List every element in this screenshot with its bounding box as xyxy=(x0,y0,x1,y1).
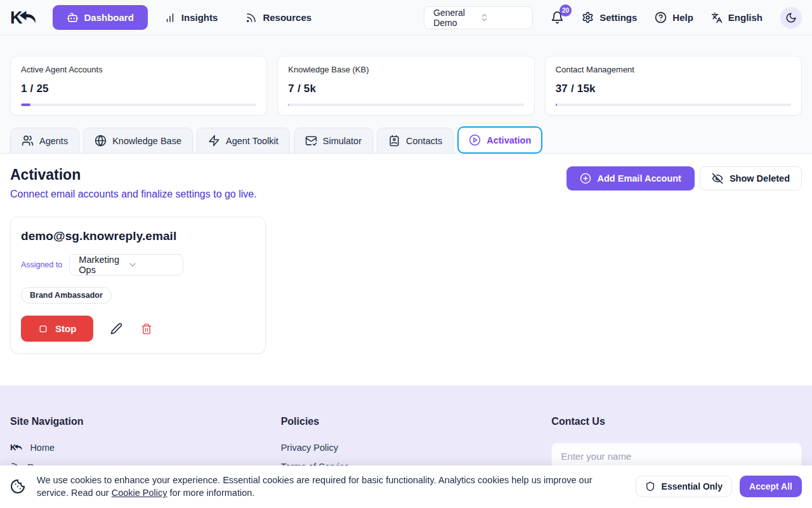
main-tab-bar: Agents Knowledge Base Agent Toolkit Simu… xyxy=(0,126,812,154)
notifications-button[interactable]: 20 xyxy=(551,11,564,24)
chevrons-up-down-icon xyxy=(480,13,526,22)
tab-activation[interactable]: Activation xyxy=(457,126,542,154)
eye-off-icon xyxy=(712,173,723,184)
workspace-select[interactable]: General Demo xyxy=(424,6,533,29)
add-email-account-button[interactable]: Add Email Account xyxy=(566,166,695,190)
moon-icon xyxy=(785,12,797,23)
stat-title: Contact Management xyxy=(556,65,791,74)
progress-bar xyxy=(288,104,523,106)
page-subtitle: Connect email accounts and finalize sett… xyxy=(10,189,257,200)
footer-column-title: Policies xyxy=(281,416,532,427)
languages-icon xyxy=(711,12,723,23)
pencil-icon xyxy=(110,323,122,335)
email-account-card: demo@sg.knowreply.email Assigned to Mark… xyxy=(10,217,266,354)
language-label: English xyxy=(728,12,763,23)
trash-icon xyxy=(141,323,152,335)
shield-icon xyxy=(645,481,655,491)
bot-icon xyxy=(67,11,79,23)
app-logo[interactable]: K xyxy=(10,8,39,27)
zap-icon xyxy=(208,135,220,147)
tab-label: Knowledge Base xyxy=(112,136,181,146)
tab-contacts[interactable]: Contacts xyxy=(377,128,454,153)
add-email-account-label: Add Email Account xyxy=(598,173,681,184)
cookie-message-text: for more information. xyxy=(167,488,255,498)
language-button[interactable]: English xyxy=(711,12,763,23)
progress-bar xyxy=(556,104,791,106)
help-circle-icon xyxy=(655,11,667,23)
tab-agent-toolkit[interactable]: Agent Toolkit xyxy=(197,128,290,153)
cookie-message: We use cookies to enhance your experienc… xyxy=(37,474,617,500)
assigned-to-label: Assigned to xyxy=(21,260,62,269)
bar-chart-icon xyxy=(164,12,176,23)
footer-column-title: Site Navigation xyxy=(10,416,261,427)
users-icon xyxy=(22,135,34,147)
settings-button[interactable]: Settings xyxy=(582,11,637,23)
stat-card-contact-management: Contact Management 37 / 15k xyxy=(545,56,802,116)
stat-card-active-agents: Active Agent Accounts 1 / 25 xyxy=(10,56,267,116)
notification-count-badge: 20 xyxy=(560,4,572,17)
chevron-down-icon xyxy=(128,260,176,270)
show-deleted-label: Show Deleted xyxy=(730,173,790,184)
progress-bar xyxy=(21,104,256,106)
tab-label: Activation xyxy=(487,135,531,145)
tab-agents[interactable]: Agents xyxy=(10,128,79,153)
tab-label: Simulator xyxy=(323,136,362,146)
cookie-icon xyxy=(10,479,25,494)
essential-only-label: Essential Only xyxy=(662,481,723,491)
stat-value: 7 / 5k xyxy=(288,83,523,95)
page-title: Activation xyxy=(10,166,257,184)
stop-square-icon xyxy=(38,324,48,334)
nav-resources-button[interactable]: Resources xyxy=(234,6,323,30)
footer-column-title: Contact Us xyxy=(551,416,802,427)
nav-dashboard-label: Dashboard xyxy=(84,12,134,23)
show-deleted-button[interactable]: Show Deleted xyxy=(700,166,802,190)
privacy-policy-link[interactable]: Privacy Policy xyxy=(281,443,532,453)
footer-nav-home[interactable]: K Home xyxy=(10,443,261,453)
cookie-policy-link[interactable]: Cookie Policy xyxy=(112,488,167,498)
nav-resources-label: Resources xyxy=(263,12,311,23)
stop-label: Stop xyxy=(55,323,76,334)
help-label: Help xyxy=(672,12,693,23)
nav-insights-button[interactable]: Insights xyxy=(153,6,230,30)
assigned-agent-select[interactable]: Marketing Ops xyxy=(69,254,183,276)
help-button[interactable]: Help xyxy=(655,11,693,23)
stats-row: Active Agent Accounts 1 / 25 Knowledge B… xyxy=(0,56,812,116)
tab-label: Contacts xyxy=(406,136,442,146)
contact-card-icon xyxy=(388,135,400,147)
stop-button[interactable]: Stop xyxy=(21,316,93,342)
tab-knowledge-base[interactable]: Knowledge Base xyxy=(83,128,193,153)
nav-insights-label: Insights xyxy=(181,12,218,23)
email-address: demo@sg.knowreply.email xyxy=(21,229,255,243)
accept-all-button[interactable]: Accept All xyxy=(740,476,802,497)
assigned-agent-value: Marketing Ops xyxy=(79,255,128,275)
workspace-select-value: General Demo xyxy=(433,8,480,28)
top-navigation-bar: K Dashboard Insights Resources General D… xyxy=(0,0,812,36)
nav-dashboard-button[interactable]: Dashboard xyxy=(53,5,148,30)
dark-mode-toggle[interactable] xyxy=(780,7,802,29)
cookie-consent-banner: We use cookies to enhance your experienc… xyxy=(0,465,812,508)
tab-label: Agents xyxy=(39,136,68,146)
edit-button[interactable] xyxy=(109,321,124,336)
essential-only-button[interactable]: Essential Only xyxy=(636,476,732,497)
activation-panel: Activation Connect email accounts and fi… xyxy=(0,154,812,385)
mail-check-icon xyxy=(305,135,317,147)
stat-title: Knowledge Base (KB) xyxy=(288,65,523,74)
footer-nav-label: Home xyxy=(30,443,55,453)
accept-all-label: Accept All xyxy=(749,481,792,491)
persona-badge: Brand Ambassador xyxy=(21,287,112,304)
stat-value: 1 / 25 xyxy=(21,83,256,95)
plus-circle-icon xyxy=(580,173,591,184)
reply-arrow-icon xyxy=(18,8,39,26)
globe-icon xyxy=(95,135,107,147)
tab-simulator[interactable]: Simulator xyxy=(294,128,373,153)
delete-button[interactable] xyxy=(140,322,154,336)
stat-title: Active Agent Accounts xyxy=(21,65,256,74)
rss-icon xyxy=(246,12,257,23)
gear-icon xyxy=(582,11,594,23)
tab-label: Agent Toolkit xyxy=(226,136,278,146)
settings-label: Settings xyxy=(599,12,637,23)
logo-icon: K xyxy=(10,443,23,452)
stat-card-knowledge-base: Knowledge Base (KB) 7 / 5k xyxy=(277,56,534,116)
stat-value: 37 / 15k xyxy=(556,83,791,95)
play-circle-icon xyxy=(469,134,481,146)
